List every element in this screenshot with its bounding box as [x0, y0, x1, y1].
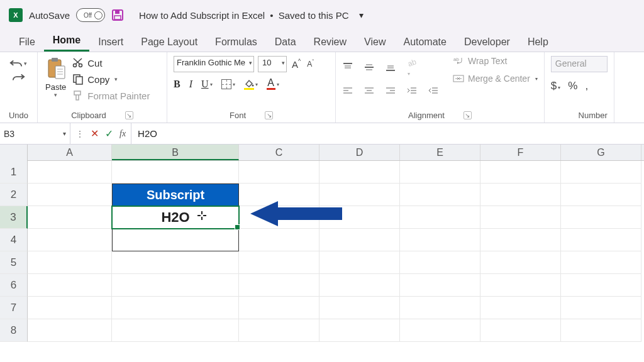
worksheet-grid[interactable]: ABCDEFG 12345678 SubscriptH2O [0, 145, 644, 362]
tab-help[interactable]: Help [519, 33, 557, 52]
cells-area[interactable]: SubscriptH2O [28, 161, 644, 342]
cell-B3[interactable]: H2O [112, 206, 239, 229]
column-header-B[interactable]: B [112, 145, 239, 160]
font-launcher-icon[interactable]: ↘ [265, 111, 273, 119]
underline-button[interactable]: U▾ [201, 79, 213, 90]
align-center-button[interactable] [364, 86, 375, 95]
cell-D7[interactable] [319, 297, 400, 319]
cell-F2[interactable] [480, 184, 561, 206]
row-header-1[interactable]: 1 [0, 161, 28, 184]
row-header-6[interactable]: 6 [0, 274, 28, 297]
cell-E8[interactable] [400, 319, 480, 342]
cell-G6[interactable] [561, 274, 641, 297]
column-header-A[interactable]: A [28, 145, 112, 160]
increase-font-button[interactable]: A^ [291, 59, 302, 70]
column-header-G[interactable]: G [561, 145, 641, 160]
italic-button[interactable]: I [189, 79, 192, 90]
decrease-indent-button[interactable] [406, 86, 418, 95]
orientation-button[interactable]: ab▾ [406, 57, 418, 77]
cell-E2[interactable] [400, 184, 480, 206]
tab-file[interactable]: File [10, 33, 44, 52]
cell-B4[interactable] [112, 229, 239, 251]
cell-F7[interactable] [480, 297, 561, 319]
row-header-8[interactable]: 8 [0, 319, 28, 342]
title-dropdown-icon[interactable]: ▾ [359, 10, 364, 20]
cell-B1[interactable] [112, 161, 239, 184]
cell-E6[interactable] [400, 274, 480, 297]
save-icon[interactable] [111, 9, 124, 21]
cell-G2[interactable] [561, 184, 641, 206]
redo-button[interactable] [12, 72, 26, 82]
decrease-font-button[interactable]: Aˇ [306, 60, 315, 69]
paste-button[interactable]: Paste ▾ [44, 56, 67, 101]
cell-G1[interactable] [561, 161, 641, 184]
format-painter-button[interactable]: Format Painter [72, 90, 150, 101]
borders-button[interactable]: ▾ [221, 79, 235, 89]
fill-color-button[interactable]: ▾ [244, 79, 258, 90]
cell-B2[interactable]: Subscript [112, 184, 239, 206]
cell-C7[interactable] [239, 297, 319, 319]
cell-A2[interactable] [28, 184, 112, 206]
tab-insert[interactable]: Insert [89, 33, 132, 52]
copy-button[interactable]: Copy ▾ [72, 74, 150, 85]
wrap-text-button[interactable]: ab Wrap Text [453, 56, 538, 66]
cell-C8[interactable] [239, 319, 319, 342]
cell-G5[interactable] [561, 251, 641, 274]
cell-G7[interactable] [561, 297, 641, 319]
cell-F5[interactable] [480, 251, 561, 274]
align-middle-button[interactable] [364, 62, 375, 72]
comma-format-button[interactable]: , [585, 80, 588, 92]
cell-B6[interactable] [112, 274, 239, 297]
enter-edit-button[interactable]: ✓ [105, 128, 113, 140]
cell-D5[interactable] [319, 251, 400, 274]
tab-developer[interactable]: Developer [455, 33, 519, 52]
cell-A5[interactable] [28, 251, 112, 274]
cell-E4[interactable] [400, 229, 480, 251]
cell-A3[interactable] [28, 206, 112, 229]
align-left-button[interactable] [342, 86, 353, 95]
column-header-E[interactable]: E [400, 145, 480, 160]
cell-B5[interactable] [112, 251, 239, 274]
document-title[interactable]: How to Add Subscript in Excel • Saved to… [139, 10, 348, 21]
cell-D1[interactable] [319, 161, 400, 184]
cell-F6[interactable] [480, 274, 561, 297]
cell-A4[interactable] [28, 229, 112, 251]
cell-C1[interactable] [239, 161, 319, 184]
tab-review[interactable]: Review [305, 33, 355, 52]
increase-indent-button[interactable] [428, 86, 439, 95]
name-box[interactable]: B3 ▾ [0, 123, 70, 144]
cell-D6[interactable] [319, 274, 400, 297]
cell-D8[interactable] [319, 319, 400, 342]
cell-G3[interactable] [561, 206, 641, 229]
cell-A6[interactable] [28, 274, 112, 297]
tab-automate[interactable]: Automate [394, 33, 455, 52]
tab-view[interactable]: View [355, 33, 394, 52]
column-header-D[interactable]: D [319, 145, 400, 160]
merge-center-button[interactable]: Merge & Center ▾ [453, 74, 538, 84]
tab-page-layout[interactable]: Page Layout [132, 33, 206, 52]
row-header-7[interactable]: 7 [0, 297, 28, 319]
cell-G8[interactable] [561, 319, 641, 342]
number-format-combo[interactable]: General [551, 56, 608, 72]
undo-button[interactable]: ▾ [9, 58, 29, 69]
row-header-3[interactable]: 3 [0, 206, 28, 229]
cell-A1[interactable] [28, 161, 112, 184]
cell-G4[interactable] [561, 229, 641, 251]
cell-E1[interactable] [400, 161, 480, 184]
bold-button[interactable]: B [174, 79, 180, 90]
column-header-F[interactable]: F [480, 145, 561, 160]
align-bottom-button[interactable] [385, 62, 396, 72]
cell-F4[interactable] [480, 229, 561, 251]
font-name-combo[interactable]: Franklin Gothic Me ▾ [174, 56, 254, 72]
cancel-edit-button[interactable]: ✕ [91, 128, 99, 140]
tab-home[interactable]: Home [44, 31, 89, 52]
cell-E3[interactable] [400, 206, 480, 229]
percent-format-button[interactable]: % [568, 80, 577, 92]
cell-D4[interactable] [319, 229, 400, 251]
cell-F1[interactable] [480, 161, 561, 184]
cell-F8[interactable] [480, 319, 561, 342]
cell-E7[interactable] [400, 297, 480, 319]
row-header-5[interactable]: 5 [0, 251, 28, 274]
accounting-format-button[interactable]: $▾ [551, 80, 560, 92]
insert-function-button[interactable]: fx [119, 129, 126, 139]
